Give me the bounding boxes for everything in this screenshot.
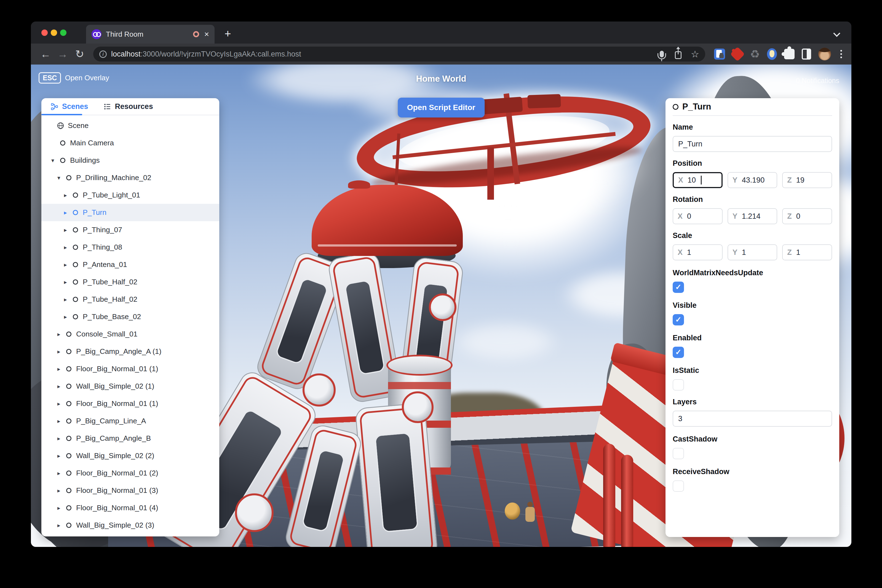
close-window-button[interactable] [41,30,48,36]
visible-checkbox[interactable]: ✓ [673,314,684,326]
tree-row[interactable]: ▾Buildings [41,152,219,169]
url-bar[interactable]: i localhost:3000/world/!vjrzmTVOcyIsLgaA… [93,46,705,62]
tree-row[interactable]: ▸P_Antena_01 [41,256,219,273]
position-y-value: 43.190 [742,176,765,184]
share-icon[interactable] [675,51,681,59]
disclosure-right-icon[interactable]: ▸ [57,331,66,338]
tree-row[interactable]: ▸Floor_Big_Normal_01 (1) [41,395,219,412]
isstatic-checkbox[interactable]: ✓ [673,379,684,390]
bookmark-star-icon[interactable]: ☆ [691,50,699,59]
browser-menu-icon[interactable] [838,50,844,58]
extension-red-icon[interactable] [730,46,745,62]
tree-row[interactable]: ▸P_Tube_Light_01 [41,186,219,204]
tree-row[interactable]: ▸Console_Small_01 [41,326,219,343]
scene-hierarchy-panel: Scenes Resources SceneMain Camera▾Buildi… [41,98,219,536]
tree-row[interactable]: ▸P_Thing_08 [41,238,219,256]
worldmatrix-checkbox[interactable]: ✓ [673,282,684,293]
profile-avatar[interactable] [818,48,831,60]
reload-icon[interactable]: ↻ [72,49,87,59]
extensions-puzzle-icon[interactable] [784,49,795,59]
tree-item-label: Buildings [70,156,100,165]
tab-search-chevron-icon[interactable] [834,30,840,37]
rotation-y-value: 1.214 [742,212,760,220]
disclosure-right-icon[interactable]: ▸ [57,418,66,424]
disclosure-right-icon[interactable]: ▸ [64,296,73,303]
position-x-input[interactable]: X 10 [673,172,723,188]
scale-x-input[interactable]: X 1 [673,244,723,260]
tree-row[interactable]: ▸Wall_Big_Simple_02 (2) [41,447,219,465]
disclosure-right-icon[interactable]: ▸ [64,209,73,216]
scale-z-input[interactable]: Z 1 [782,244,832,260]
tree-row[interactable]: Scene [41,117,219,134]
disclosure-right-icon[interactable]: ▸ [57,348,66,355]
name-input[interactable]: P_Turn [673,136,832,152]
extension-lighthouse-icon[interactable] [767,48,777,60]
back-icon[interactable]: ← [38,49,53,59]
disclosure-right-icon[interactable]: ▸ [64,261,73,268]
receiveshadow-checkbox[interactable]: ✓ [673,480,684,492]
site-info-icon[interactable]: i [99,51,107,58]
rotation-label: Rotation [673,195,832,204]
rotation-x-input[interactable]: X 0 [673,208,723,224]
tab-scenes[interactable]: Scenes [51,102,88,111]
enabled-checkbox[interactable]: ✓ [673,346,684,358]
disclosure-right-icon[interactable]: ▸ [57,453,66,459]
tree-row[interactable]: ▸P_Thing_07 [41,221,219,238]
tree-row[interactable]: ▸P_Tube_Half_02 [41,291,219,308]
entity-circle-icon [60,140,65,146]
tree-row[interactable]: ▾P_Drilling_Machine_02 [41,169,219,186]
tree-row[interactable]: ▸Floor_Big_Normal_01 (4) [41,499,219,517]
disclosure-right-icon[interactable]: ▸ [64,314,73,320]
axis-x-label: X [678,248,682,257]
tab-close-icon[interactable]: × [204,30,209,38]
scale-y-input[interactable]: Y 1 [728,244,777,260]
castshadow-checkbox[interactable]: ✓ [673,448,684,459]
rotation-y-input[interactable]: Y 1.214 [728,208,777,224]
tab-resources[interactable]: Resources [104,102,153,111]
tree-row[interactable]: Main Camera [41,134,219,152]
disclosure-right-icon[interactable]: ▸ [57,470,66,477]
disclosure-right-icon[interactable]: ▸ [64,192,73,199]
disclosure-right-icon[interactable]: ▸ [57,488,66,494]
tree-row[interactable]: ▸Wall_Big_Simple_02 (1) [41,378,219,395]
tree-row[interactable]: ▸P_Tube_Half_02 [41,273,219,291]
tree-row[interactable]: ▸P_Big_Camp_Angle_A (1) [41,343,219,360]
tree-row[interactable]: ▸P_Turn [41,204,219,221]
minimize-window-button[interactable] [51,30,57,36]
position-y-input[interactable]: Y 43.190 [728,172,777,188]
disclosure-down-icon[interactable]: ▾ [57,175,66,181]
disclosure-right-icon[interactable]: ▸ [57,400,66,407]
zoom-window-button[interactable] [60,30,66,36]
disclosure-right-icon[interactable]: ▸ [64,279,73,285]
tree-row[interactable]: ▸P_Big_Camp_Line_A [41,412,219,430]
disclosure-down-icon[interactable]: ▾ [51,157,60,164]
tree-item-label: Floor_Big_Normal_01 (3) [76,486,158,495]
tree-row[interactable]: ▸Floor_Big_Normal_01 (1) [41,360,219,378]
rotation-z-input[interactable]: Z 0 [782,208,832,224]
browser-tab[interactable]: Third Room × [86,25,214,44]
tree-row[interactable]: ▸Floor_Big_Normal_01 (3) [41,482,219,499]
tree-row[interactable]: ▸Wall_Big_Simple_02 (3) [41,517,219,534]
tree-item-label: Floor_Big_Normal_01 (2) [76,469,158,477]
open-script-editor-button[interactable]: Open Script Editor [398,98,484,117]
microphone-icon[interactable] [660,51,664,57]
disclosure-right-icon[interactable]: ▸ [57,505,66,512]
tree-item-label: Main Camera [70,139,114,147]
extension-recycle-icon[interactable]: ♻ [750,48,760,60]
layers-input[interactable]: 3 [673,411,832,427]
tree-row[interactable]: ▸P_Tube_Base_02 [41,308,219,326]
tree-row[interactable]: ▸Floor_Big_Normal_01 (2) [41,465,219,482]
position-z-input[interactable]: Z 19 [782,172,832,188]
disclosure-right-icon[interactable]: ▸ [57,383,66,390]
new-tab-button[interactable]: + [221,28,234,41]
app-content: ESC Open Overlay Home World 0 Notificati… [31,64,851,547]
disclosure-right-icon[interactable]: ▸ [64,244,73,251]
disclosure-right-icon[interactable]: ▸ [57,366,66,372]
side-panel-icon[interactable] [802,48,811,60]
disclosure-right-icon[interactable]: ▸ [57,435,66,442]
forward-icon[interactable]: → [55,49,70,59]
disclosure-right-icon[interactable]: ▸ [57,522,66,529]
tree-row[interactable]: ▸P_Big_Camp_Angle_B [41,430,219,447]
disclosure-right-icon[interactable]: ▸ [64,227,73,233]
extension-privacy-icon[interactable] [714,48,725,60]
